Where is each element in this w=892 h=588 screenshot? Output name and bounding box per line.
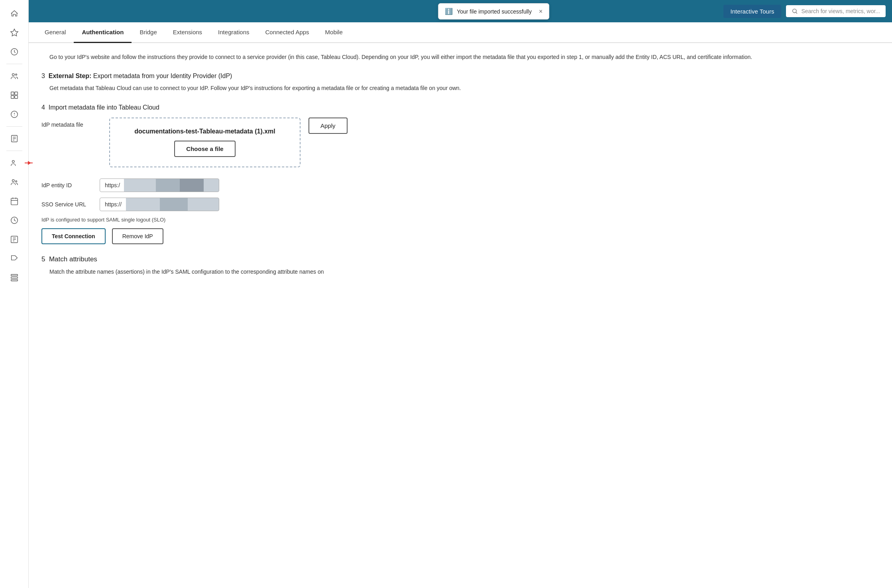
svg-rect-5: [14, 92, 17, 95]
entity-id-label: IdP entity ID: [41, 182, 93, 188]
intro-description: Go to your IdP's website and follow the …: [49, 53, 879, 61]
sidebar-item-groups[interactable]: [6, 173, 23, 191]
step-5-title: Match attributes: [49, 255, 97, 263]
uploaded-filename: documentations-test-Tableau-metadata (1)…: [122, 128, 288, 135]
svg-rect-30: [11, 280, 18, 281]
idp-metadata-label: IdP metadata file: [41, 118, 93, 128]
sidebar-item-explore[interactable]: [6, 86, 23, 104]
svg-rect-7: [14, 96, 17, 98]
sidebar-item-users[interactable]: [6, 67, 23, 85]
step-3-number: 3 External Step: Export metadata from yo…: [41, 73, 879, 80]
sidebar-divider-3: [6, 151, 22, 151]
main-area: ℹ️ Your file imported successfully × Int…: [29, 0, 892, 588]
toast-notification: ℹ️ Your file imported successfully ×: [438, 3, 549, 20]
test-connection-button[interactable]: Test Connection: [41, 228, 106, 244]
svg-point-2: [12, 74, 14, 76]
tab-bridge[interactable]: Bridge: [132, 22, 165, 43]
interactive-tours-button[interactable]: Interactive Tours: [723, 5, 782, 18]
svg-point-17: [15, 180, 17, 182]
svg-point-3: [15, 74, 17, 76]
search-icon: [792, 8, 798, 14]
step-3-num: 3: [41, 73, 45, 79]
slo-text: IdP is configured to support SAML single…: [41, 217, 879, 223]
step-5-block: 5 Match attributes Match the attribute n…: [41, 255, 879, 276]
action-buttons-row: Test Connection Remove IdP: [41, 228, 879, 244]
content-area: Go to your IdP's website and follow the …: [29, 43, 892, 588]
tab-integrations[interactable]: Integrations: [210, 22, 257, 43]
sidebar-item-site-users[interactable]: [6, 154, 23, 172]
sidebar-item-alerts[interactable]: [6, 106, 23, 123]
tabs-container: General Authentication Bridge Extensions…: [29, 22, 892, 43]
step-5-heading: 5 Match attributes: [41, 255, 879, 263]
step-5-num: 5: [41, 255, 45, 263]
sidebar-item-recents[interactable]: [6, 43, 23, 61]
sidebar-item-resource[interactable]: [6, 130, 23, 147]
sidebar-item-jobs[interactable]: [6, 212, 23, 229]
sidebar-divider-2: [6, 126, 22, 127]
toast-message: Your file imported successfully: [457, 8, 532, 15]
step-3-title-bold: External Step:: [49, 73, 92, 79]
idp-file-row: IdP metadata file documentations-test-Ta…: [41, 118, 879, 167]
sidebar-item-tasks[interactable]: [6, 231, 23, 248]
step-4-number: 4 Import metadata file into Tableau Clou…: [41, 104, 879, 111]
sidebar-item-favorites[interactable]: [6, 24, 23, 41]
toast-close-icon[interactable]: ×: [539, 8, 542, 15]
search-bar[interactable]: Search for views, metrics, wor...: [786, 5, 886, 17]
svg-rect-29: [11, 277, 18, 278]
sidebar-divider-1: [6, 64, 22, 64]
svg-rect-28: [11, 274, 18, 276]
svg-rect-4: [11, 92, 14, 95]
svg-marker-0: [10, 29, 18, 36]
step-4-block: 4 Import metadata file into Tableau Clou…: [41, 104, 879, 167]
search-placeholder: Search for views, metrics, wor...: [801, 8, 880, 14]
sidebar-item-schedules[interactable]: [6, 192, 23, 210]
step-4-title: Import metadata file into Tableau Cloud: [49, 104, 159, 111]
tab-extensions[interactable]: Extensions: [165, 22, 210, 43]
step-3-title-rest: Export metadata from your Identity Provi…: [93, 73, 232, 79]
svg-line-32: [796, 12, 797, 14]
topbar: ℹ️ Your file imported successfully × Int…: [29, 0, 892, 22]
tab-authentication[interactable]: Authentication: [74, 22, 132, 43]
sidebar-item-labels[interactable]: [6, 250, 23, 267]
sso-url-label: SSO Service URL: [41, 201, 93, 208]
step-3-block: 3 External Step: Export metadata from yo…: [41, 73, 879, 92]
svg-rect-18: [11, 198, 18, 205]
sidebar-arrow: [25, 163, 33, 163]
entity-id-row: IdP entity ID: [41, 178, 879, 192]
sidebar-item-home[interactable]: [6, 5, 23, 22]
intro-block: Go to your IdP's website and follow the …: [41, 53, 879, 61]
step-5-description: Match the attribute names (assertions) i…: [49, 267, 879, 276]
sso-url-row: SSO Service URL: [41, 198, 879, 211]
tab-mobile[interactable]: Mobile: [317, 22, 351, 43]
svg-point-15: [12, 161, 14, 163]
step-3-description: Get metadata that Tableau Cloud can use …: [49, 84, 879, 92]
entity-id-input[interactable]: [100, 178, 219, 192]
tab-general[interactable]: General: [37, 22, 74, 43]
sidebar: [0, 0, 29, 588]
sidebar-item-more[interactable]: [6, 269, 23, 286]
svg-point-16: [12, 180, 14, 182]
step-4-num: 4: [41, 104, 45, 111]
upload-dropzone: documentations-test-Tableau-metadata (1)…: [109, 118, 301, 167]
sso-url-input[interactable]: [100, 198, 219, 211]
apply-button[interactable]: Apply: [308, 118, 348, 134]
choose-file-button[interactable]: Choose a file: [174, 141, 235, 157]
svg-rect-6: [11, 96, 14, 98]
toast-info-icon: ℹ️: [445, 8, 453, 15]
remove-idp-button[interactable]: Remove IdP: [112, 228, 163, 244]
svg-point-31: [793, 9, 796, 13]
tab-connected-apps[interactable]: Connected Apps: [257, 22, 317, 43]
